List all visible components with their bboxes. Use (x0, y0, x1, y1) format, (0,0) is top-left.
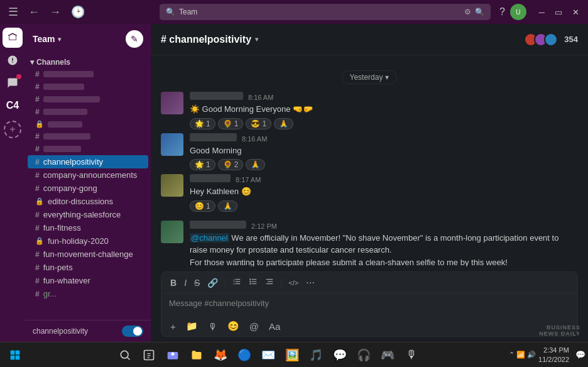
unordered-list-button[interactable] (246, 276, 260, 289)
time-display[interactable]: 2:34 PM 11/2/2022 (538, 346, 573, 364)
sidebar-channel-everything-salesforce[interactable]: # everything-salesforce (28, 208, 148, 221)
message-sender[interactable] (190, 133, 237, 143)
message-sender[interactable] (190, 174, 231, 184)
more-button[interactable]: ⋯ (303, 277, 317, 289)
sidebar-channel-blurred-5[interactable]: 🔒 (28, 118, 148, 130)
help-icon[interactable]: ? (499, 6, 505, 18)
message-sender[interactable] (190, 221, 246, 231)
sidebar-channel-blurred-1[interactable]: # (28, 68, 148, 80)
tray-up-arrow[interactable]: ⌃ (509, 351, 514, 359)
sound-icon[interactable]: 🔊 (527, 351, 536, 359)
message-sender[interactable] (190, 92, 243, 102)
history-button[interactable]: 🕑 (68, 4, 88, 20)
reaction-button[interactable]: 🙏 (246, 159, 265, 170)
workspace-header[interactable]: Team ▾ ✎ (25, 24, 151, 53)
strikethrough-button[interactable]: S (192, 277, 202, 289)
start-button[interactable] (3, 342, 28, 368)
maximize-button[interactable]: ▭ (551, 6, 566, 18)
forward-button[interactable]: → (46, 4, 64, 20)
code-button[interactable]: </> (286, 278, 301, 288)
sidebar-channel-gratitude[interactable]: # gr... (28, 287, 148, 300)
back-button[interactable]: ← (25, 4, 43, 20)
emoji-button[interactable]: 😊 (225, 319, 242, 333)
taskbar-slack[interactable]: 💬 (330, 345, 350, 365)
taskbar-music[interactable]: 🎵 (306, 345, 326, 365)
sidebar-channel-company-announcements[interactable]: # company-announcements (28, 168, 148, 182)
sidebar-channel-fun-holiday-2020[interactable]: 🔒 fun-holiday-2020 (28, 234, 148, 248)
sidebar-icon-mentions[interactable]: C4 (3, 96, 23, 116)
reaction-button[interactable]: 😊1 (190, 200, 215, 212)
hash-icon: # (35, 277, 40, 285)
channels-section-header[interactable]: ▾ Channels (25, 55, 151, 68)
taskbar-mail[interactable]: ✉️ (258, 345, 278, 365)
indent-button[interactable] (263, 276, 276, 289)
notification-toggle[interactable] (122, 326, 143, 337)
taskbar-chrome[interactable]: 🔵 (234, 345, 254, 365)
reaction-button[interactable]: 🌟1 (190, 159, 215, 170)
hamburger-button[interactable]: ☰ (5, 4, 21, 20)
bold-button[interactable]: B (168, 277, 179, 289)
sidebar-channel-blurred-4[interactable]: # (28, 106, 148, 118)
reaction-button[interactable]: 🙏 (274, 118, 293, 129)
search-input[interactable] (179, 8, 460, 16)
sidebar-channel-channelpositivity[interactable]: # channelpositivity (28, 155, 148, 168)
sidebar-channel-fun-movement-challenge[interactable]: # fun-movement-challenge (28, 248, 148, 261)
channel-name-blurred (48, 121, 82, 128)
taskbar-folder[interactable] (187, 345, 207, 365)
close-button[interactable]: ✕ (569, 6, 583, 18)
sidebar-channel-editor-discussions[interactable]: 🔒 editor-discussions (28, 195, 148, 208)
main-layout: C4 + Team ▾ ✎ ▾ Channels # # (0, 24, 588, 342)
reaction-button[interactable]: 🙏 (218, 200, 237, 212)
sidebar-channel-fun-whatever[interactable]: # fun-whatever (28, 274, 148, 287)
sidebar-icon-dms[interactable] (3, 73, 23, 93)
sidebar-channel-blurred-3[interactable]: # (28, 93, 148, 106)
channel-title[interactable]: # channelpositivity ▾ (161, 34, 258, 45)
reaction-button[interactable]: 🌻1 (218, 118, 244, 129)
taskbar-firefox[interactable]: 🦊 (210, 345, 231, 365)
sidebar-channel-fun-pets[interactable]: # fun-pets (28, 261, 148, 274)
svg-text:3: 3 (234, 282, 236, 285)
watermark: BUSINESS NEWS DAILY (539, 324, 580, 337)
wifi-icon[interactable]: 📶 (516, 351, 525, 359)
add-button[interactable]: + (168, 320, 178, 333)
taskbar-search[interactable] (115, 345, 135, 365)
mention-button[interactable]: @ (247, 320, 261, 333)
taskbar-spotify[interactable]: 🎧 (354, 345, 374, 365)
svg-rect-18 (16, 355, 20, 359)
sidebar-icon-home[interactable] (3, 28, 23, 48)
reaction-button[interactable]: 😎1 (246, 118, 271, 129)
format-button[interactable]: Aa (266, 320, 283, 333)
reaction-button[interactable]: 🌟1 (190, 118, 215, 129)
folder-button[interactable]: 📁 (183, 319, 200, 333)
taskbar-left (3, 342, 28, 368)
sidebar-channel-company-gong[interactable]: # company-gong (28, 182, 148, 195)
link-button[interactable]: 🔗 (205, 277, 220, 289)
minimize-button[interactable]: ─ (535, 6, 548, 18)
notification-icon[interactable]: 💬 (575, 350, 585, 359)
reactions: 🌟1 🌻2 🙏 (190, 159, 578, 170)
sidebar-channel-blurred-6[interactable]: # (28, 130, 148, 143)
member-avatars[interactable] (524, 33, 558, 47)
user-avatar[interactable]: U (510, 4, 526, 20)
search-bar[interactable]: 🔍 ⚙ 🔍 (160, 4, 491, 20)
channel-mention[interactable]: @channel (190, 233, 229, 243)
microphone-button[interactable]: 🎙 (205, 320, 220, 333)
reaction-button[interactable]: 🌻2 (218, 159, 244, 170)
sidebar-icon-activity[interactable] (3, 50, 23, 70)
messages-area: Yesterday ▾ 8:16 AM ☀️ Good Morning Ever… (151, 55, 588, 266)
member-count[interactable]: 354 (564, 35, 578, 44)
date-badge[interactable]: Yesterday ▾ (342, 70, 398, 84)
sidebar-channel-blurred-2[interactable]: # (28, 80, 148, 93)
ordered-list-button[interactable]: 123 (230, 276, 244, 289)
sidebar-channel-blurred-7[interactable]: # (28, 143, 148, 155)
taskbar-files[interactable] (139, 345, 159, 365)
italic-button[interactable]: I (182, 277, 189, 289)
taskbar-teams[interactable] (163, 345, 183, 365)
taskbar-steam[interactable]: 🎮 (378, 345, 398, 365)
taskbar-photos[interactable]: 🖼️ (282, 345, 302, 365)
taskbar-discord[interactable]: 🎙 (401, 345, 422, 365)
sidebar-channel-fun-fitness[interactable]: # fun-fitness (28, 221, 148, 234)
add-workspace-button[interactable]: + (4, 121, 21, 138)
compose-button[interactable]: ✎ (126, 30, 143, 48)
message-input-placeholder[interactable]: Message #channelpositivity (161, 293, 577, 316)
